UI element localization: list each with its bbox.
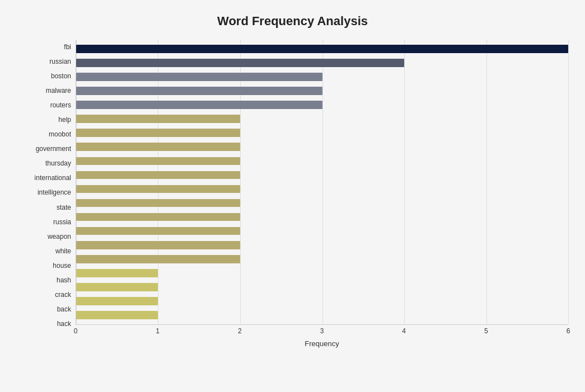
bar-row — [76, 98, 568, 112]
y-axis: fbirussianbostonmalwareroutershelpmoobot… — [17, 40, 76, 348]
bar-row — [76, 140, 568, 154]
y-label: back — [57, 306, 71, 313]
y-label: moobot — [49, 131, 71, 138]
bar-row — [76, 224, 568, 238]
grid-and-bars — [76, 40, 568, 325]
bar-row — [76, 154, 568, 168]
bars-container — [76, 40, 568, 324]
bar — [76, 115, 240, 123]
y-label: thursday — [45, 160, 71, 167]
bar-row — [76, 294, 568, 308]
bar-row — [76, 280, 568, 294]
bar — [76, 255, 240, 263]
bar — [76, 73, 322, 81]
bar-row — [76, 56, 568, 70]
y-label: house — [53, 262, 71, 269]
y-label: fbi — [64, 44, 71, 50]
bar — [76, 241, 240, 249]
bar — [76, 297, 158, 305]
bar — [76, 101, 322, 109]
y-label: help — [58, 116, 71, 123]
bar-row — [76, 112, 568, 126]
y-label: boston — [51, 73, 71, 79]
y-label: russia — [53, 219, 71, 225]
plot-area: 0123456 Frequency — [76, 40, 568, 348]
bar — [76, 311, 158, 319]
bar-row — [76, 42, 568, 56]
bar — [76, 213, 240, 221]
bar — [76, 143, 240, 151]
y-label: hash — [57, 277, 71, 284]
bar-row — [76, 182, 568, 196]
x-tick-label: 3 — [320, 327, 324, 335]
y-label: weapon — [48, 233, 71, 240]
chart-title: Word Frequency Analysis — [17, 14, 568, 29]
bar — [76, 45, 568, 53]
grid-line — [568, 40, 569, 324]
bar-row — [76, 84, 568, 98]
x-tick-label: 1 — [156, 327, 160, 335]
bar — [76, 171, 240, 180]
bar-row — [76, 238, 568, 252]
chart-area: fbirussianbostonmalwareroutershelpmoobot… — [17, 40, 568, 348]
x-tick-label: 2 — [238, 327, 242, 335]
bar — [76, 87, 322, 95]
x-tick-label: 0 — [74, 327, 78, 335]
bar-row — [76, 196, 568, 210]
bar — [76, 157, 240, 166]
bar-row — [76, 168, 568, 182]
x-axis-title: Frequency — [76, 339, 568, 348]
bar — [76, 59, 404, 67]
y-label: crack — [55, 291, 71, 298]
y-label: malware — [46, 87, 71, 94]
bar — [76, 199, 240, 207]
bar-row — [76, 126, 568, 140]
bar-row — [76, 266, 568, 280]
bar — [76, 283, 158, 291]
y-label: government — [36, 145, 71, 152]
bar — [76, 185, 240, 193]
y-label: white — [55, 248, 71, 254]
x-tick-label: 5 — [484, 327, 488, 335]
x-tick-label: 6 — [567, 327, 570, 335]
y-label: routers — [50, 102, 71, 108]
bar-row — [76, 308, 568, 322]
x-tick-label: 4 — [402, 327, 406, 335]
chart-container: Word Frequency Analysis fbirussianboston… — [0, 0, 585, 392]
bar — [76, 227, 240, 235]
y-label: russian — [49, 58, 71, 65]
x-axis-labels: 0123456 — [76, 327, 568, 338]
y-label: international — [35, 174, 71, 181]
y-label: hack — [57, 320, 71, 327]
y-label: intelligence — [38, 189, 71, 196]
y-label: state — [57, 204, 71, 211]
bar — [76, 269, 158, 277]
bar-row — [76, 210, 568, 224]
bar — [76, 129, 240, 137]
bar-row — [76, 70, 568, 84]
bar-row — [76, 252, 568, 266]
